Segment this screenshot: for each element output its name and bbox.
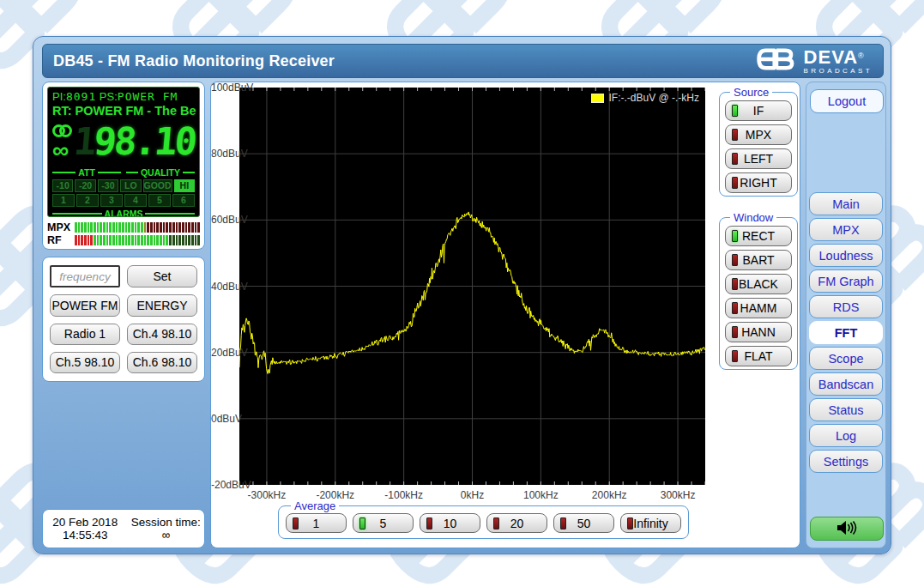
- clock-panel: 20 Feb 2018 14:55:43 Session time: ∞: [42, 509, 205, 548]
- average-button-5[interactable]: 5: [353, 513, 414, 533]
- nav-button-mpx[interactable]: MPX: [809, 218, 883, 241]
- meter-segment: [160, 235, 162, 245]
- set-button[interactable]: Set: [127, 265, 197, 287]
- meter-segment: [100, 222, 102, 233]
- nav-button-settings[interactable]: Settings: [809, 450, 883, 473]
- meter-segment: [169, 222, 172, 233]
- meter-segment: [75, 222, 77, 233]
- time-text: 14:55:43: [43, 529, 127, 542]
- meter-segment: [90, 235, 93, 245]
- led-indicator: [426, 517, 432, 530]
- meter-segment: [97, 222, 100, 233]
- speaker-button[interactable]: [810, 517, 884, 541]
- nav-button-bandscan[interactable]: Bandscan: [809, 372, 883, 396]
- window-button-label: BLACK: [739, 277, 778, 291]
- preset-button-ch-4-98-10[interactable]: Ch.4 98.10: [127, 324, 197, 345]
- window-button-flat[interactable]: FLAT: [725, 346, 792, 366]
- led-indicator: [493, 517, 499, 530]
- window-button-hamm[interactable]: HAMM: [725, 298, 792, 318]
- alarm-cells: 123456: [52, 194, 195, 207]
- nav-button-main[interactable]: Main: [809, 192, 883, 215]
- meter-segment: [106, 222, 109, 233]
- window-button-hann[interactable]: HANN: [725, 322, 792, 342]
- left-column: PI:8091 PS:POWER FM RT: POWER FM - The B…: [42, 82, 205, 548]
- meter-segment: [185, 235, 188, 245]
- led-indicator: [627, 517, 633, 530]
- session-label: Session time:: [127, 516, 204, 529]
- preset-button-energy[interactable]: ENERGY: [127, 294, 197, 316]
- meter-segment: [188, 222, 190, 233]
- meter-segment: [156, 235, 159, 245]
- meter-segment: [195, 222, 197, 233]
- meter-segment: [163, 222, 166, 233]
- meter-segment: [112, 235, 115, 245]
- source-button-left[interactable]: LEFT: [725, 148, 792, 169]
- window-button-bart[interactable]: BART: [725, 250, 792, 270]
- led-indicator: [732, 302, 738, 314]
- meter-segment: [90, 222, 93, 233]
- quality-cell: GOOD: [143, 179, 172, 192]
- meter-segment: [176, 222, 178, 233]
- meter-segment: [103, 222, 106, 233]
- page-title: DB45 - FM Radio Monitoring Receiver: [53, 52, 335, 70]
- rds-icon: ∞: [52, 141, 69, 160]
- meter-segment: [150, 222, 153, 233]
- brand-name: DEVA: [804, 46, 859, 68]
- source-panel-label: Source: [730, 86, 772, 99]
- average-button-1[interactable]: 1: [286, 513, 347, 533]
- meter-segment: [122, 235, 124, 245]
- meter-segment: [141, 222, 143, 233]
- window-button-rect[interactable]: RECT: [725, 226, 792, 246]
- alarm-cell: 2: [76, 194, 99, 207]
- average-button-50[interactable]: 50: [553, 513, 614, 533]
- nav-button-log[interactable]: Log: [809, 424, 883, 447]
- meter-segment: [118, 235, 121, 245]
- average-button-10[interactable]: 10: [420, 513, 480, 533]
- meter-segment: [81, 235, 83, 245]
- led-indicator: [732, 105, 738, 117]
- source-button-label: RIGHT: [740, 176, 777, 190]
- preset-button-power-fm[interactable]: POWER FM: [50, 294, 120, 316]
- source-button-mpx[interactable]: MPX: [725, 124, 792, 145]
- window-button-black[interactable]: BLACK: [725, 274, 792, 294]
- source-button-if[interactable]: IF: [725, 100, 792, 121]
- nav-button-scope[interactable]: Scope: [809, 347, 883, 370]
- meter-segment: [197, 222, 200, 233]
- meter-segment: [125, 222, 128, 233]
- logout-button[interactable]: Logout: [810, 89, 884, 113]
- lcd-screen: PI:8091 PS:POWER FM RT: POWER FM - The B…: [47, 87, 200, 217]
- source-button-right[interactable]: RIGHT: [725, 172, 792, 193]
- pi-value: 8091: [66, 90, 96, 103]
- speaker-icon: [836, 520, 857, 538]
- nav-button-fft[interactable]: FFT: [809, 321, 883, 344]
- meter-segment: [122, 222, 124, 233]
- meter-segment: [188, 235, 190, 245]
- x-axis-label: 300kHz: [661, 489, 696, 501]
- meter-segment: [97, 235, 100, 245]
- fft-plot-area: IF:-.-dBuV @ -.-kHz: [239, 88, 705, 485]
- y-axis-label: 40dBuV: [211, 281, 237, 293]
- frequency-input[interactable]: [50, 265, 120, 287]
- meter-segment: [135, 235, 137, 245]
- header-bar: DB45 - FM Radio Monitoring Receiver DEVA…: [42, 44, 884, 78]
- average-button-20[interactable]: 20: [486, 513, 547, 533]
- average-button-label: 20: [510, 517, 524, 530]
- nav-button-loudness[interactable]: Loudness: [809, 244, 883, 267]
- ps-value: POWER FM: [118, 90, 178, 103]
- preset-button-radio-1[interactable]: Radio 1: [50, 324, 120, 345]
- meter-segment: [78, 222, 81, 233]
- meter-segment: [137, 235, 140, 245]
- meter-segment: [141, 235, 143, 245]
- average-button-infinity[interactable]: Infinity: [620, 513, 681, 533]
- nav-button-rds[interactable]: RDS: [809, 295, 883, 318]
- meter-segment: [166, 235, 168, 245]
- alarm-cell: 1: [52, 194, 75, 207]
- meter-segment: [191, 222, 194, 233]
- nav-button-fm-graph[interactable]: FM Graph: [809, 269, 883, 293]
- meter-segment: [81, 222, 83, 233]
- preset-button-ch-6-98-10[interactable]: Ch.6 98.10: [127, 352, 197, 373]
- nav-sidebar: Logout MainMPXLoudnessFM GraphRDSFFTScop…: [806, 82, 886, 548]
- mpx-meter: MPX: [47, 221, 200, 233]
- preset-button-ch-5-98-10[interactable]: Ch.5 98.10: [50, 352, 120, 373]
- nav-button-status[interactable]: Status: [809, 398, 883, 421]
